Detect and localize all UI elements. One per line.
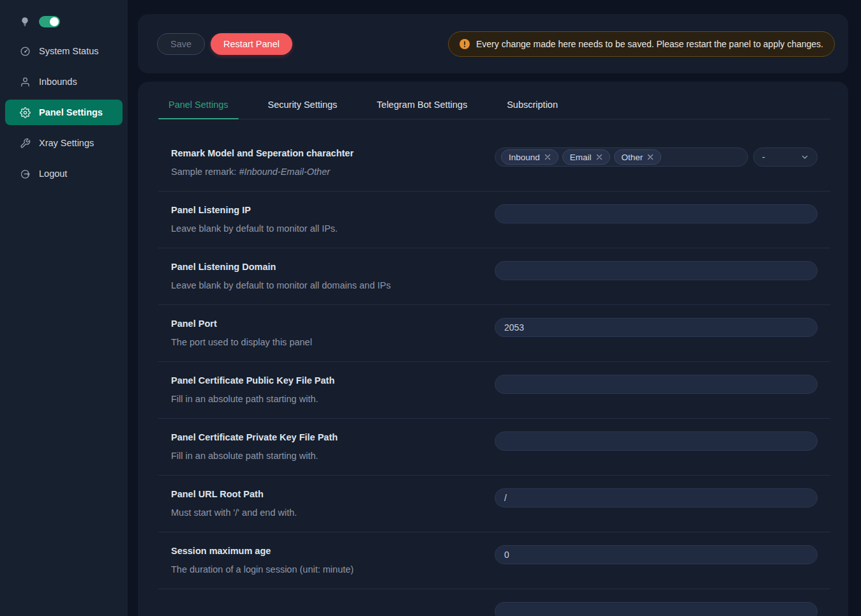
field-label-group: Panel Listening Domain Leave blank by de…: [171, 261, 495, 291]
sample-remark: #Inbound-Email-Other: [239, 167, 330, 177]
restart-warning-banner: Every change made here needs to be saved…: [448, 31, 835, 57]
form-row: Panel URL Root Path Must start with '/' …: [158, 476, 830, 532]
user-icon: [20, 77, 31, 87]
field-controls: [495, 488, 818, 507]
field-label: Remark Model and Seperation charachter: [171, 147, 495, 159]
field-controls: [495, 261, 818, 280]
tag-label: Inbound: [509, 153, 540, 162]
warning-icon: [460, 39, 470, 49]
panel-settings-form: Remark Model and Seperation charachter S…: [158, 135, 830, 616]
remark-tags-input[interactable]: Inbound Email Other: [495, 147, 748, 167]
gear-icon: [20, 107, 31, 118]
close-icon[interactable]: [544, 154, 551, 160]
text-input[interactable]: [495, 545, 818, 564]
close-icon[interactable]: [647, 154, 654, 160]
field-label-group: Panel Listening IP Leave blank by defaul…: [171, 204, 495, 234]
separator-select[interactable]: -: [753, 147, 818, 167]
warning-text: Every change made here needs to be saved…: [476, 39, 823, 49]
sidebar: System Status Inbounds: [0, 0, 128, 616]
form-row-remark-model: Remark Model and Seperation charachter S…: [158, 135, 830, 192]
bulb-icon: [20, 17, 30, 27]
form-row: Panel Certificate Private Key File Path …: [158, 419, 830, 476]
dark-mode-toggle[interactable]: [39, 16, 60, 27]
field-help: Leave blank by default to monitor all do…: [171, 280, 495, 291]
theme-toggle-row: [0, 0, 128, 29]
main-content: Save Restart Panel Every change made her…: [128, 0, 861, 616]
toolbar-card: Save Restart Panel Every change made her…: [138, 14, 848, 73]
text-input[interactable]: [495, 318, 818, 337]
form-row: Session maximum age The duration of a lo…: [158, 532, 830, 589]
form-row: Panel Certificate Public Key File Path F…: [158, 362, 830, 419]
chevron-down-icon: [801, 153, 809, 161]
field-label-group: Panel Certificate Public Key File Path F…: [171, 375, 495, 405]
save-button[interactable]: Save: [157, 33, 205, 55]
tab-security-settings[interactable]: Security Settings: [258, 100, 348, 119]
field-help: Leave blank by default to monitor all IP…: [171, 223, 495, 234]
field-label-group: Panel Port The port used to display this…: [171, 318, 495, 348]
sidebar-item-inbounds[interactable]: Inbounds: [0, 66, 128, 97]
tab-subscription[interactable]: Subscription: [497, 100, 568, 119]
text-input[interactable]: [495, 375, 818, 394]
field-help: Fill in an absolute path starting with.: [171, 393, 495, 405]
field-help: Fill in an absolute path starting with.: [171, 450, 495, 462]
field-help: The port used to display this panel: [171, 336, 495, 348]
sidebar-item-label: Logout: [39, 169, 67, 179]
sidebar-nav: System Status Inbounds: [0, 36, 128, 189]
field-label: Panel Certificate Private Key File Path: [171, 432, 495, 443]
field-help: Must start with '/' and end with.: [171, 507, 495, 518]
tab-panel-settings[interactable]: Panel Settings: [158, 100, 239, 119]
field-label-group: Session maximum age The duration of a lo…: [171, 545, 495, 575]
tag-inbound[interactable]: Inbound: [501, 149, 558, 165]
field-label-group: Panel Certificate Private Key File Path …: [171, 432, 495, 462]
text-input[interactable]: [495, 261, 818, 280]
field-controls: Inbound Email Other: [495, 147, 818, 167]
select-value: -: [762, 152, 765, 162]
field-controls: [495, 432, 818, 451]
field-controls: [495, 545, 818, 564]
field-label-group: [171, 602, 495, 609]
form-row: Panel Port The port used to display this…: [158, 305, 830, 362]
tag-other[interactable]: Other: [614, 149, 662, 165]
form-row: Panel Listening IP Leave blank by defaul…: [158, 192, 830, 248]
field-help: Sample remark: #Inbound-Email-Other: [171, 166, 495, 177]
sidebar-item-label: System Status: [39, 46, 98, 56]
settings-card: Panel Settings Security Settings Telegra…: [138, 82, 848, 616]
tag-email[interactable]: Email: [562, 149, 610, 165]
field-label: Panel Port: [171, 318, 495, 329]
settings-tabs: Panel Settings Security Settings Telegra…: [158, 100, 830, 119]
text-input[interactable]: [495, 432, 818, 451]
dashboard-icon: [20, 46, 31, 57]
sidebar-item-logout[interactable]: Logout: [0, 158, 128, 189]
field-label: Panel Certificate Public Key File Path: [171, 375, 495, 386]
field-label-group: Panel URL Root Path Must start with '/' …: [171, 488, 495, 518]
sidebar-item-label: Panel Settings: [39, 107, 103, 117]
close-icon[interactable]: [596, 154, 603, 160]
tab-telegram-bot-settings[interactable]: Telegram Bot Settings: [366, 100, 477, 119]
sidebar-item-system-status[interactable]: System Status: [0, 36, 128, 66]
wrench-icon: [20, 138, 31, 149]
field-label: Panel Listening IP: [171, 204, 495, 216]
field-controls: [495, 375, 818, 394]
sidebar-item-panel-settings[interactable]: Panel Settings: [5, 100, 123, 125]
text-input[interactable]: [495, 602, 818, 616]
form-row: [158, 589, 830, 616]
app-window: System Status Inbounds: [0, 0, 861, 616]
logout-icon: [20, 169, 31, 179]
field-controls: [495, 204, 818, 223]
sidebar-item-label: Xray Settings: [39, 138, 94, 148]
tag-label: Other: [622, 153, 643, 162]
field-help: The duration of a login session (unit: m…: [171, 564, 495, 575]
sidebar-item-xray-settings[interactable]: Xray Settings: [0, 128, 128, 158]
form-row: Panel Listening Domain Leave blank by de…: [158, 248, 830, 305]
field-label: Panel URL Root Path: [171, 488, 495, 500]
restart-panel-button[interactable]: Restart Panel: [211, 33, 292, 55]
text-input[interactable]: [495, 204, 818, 223]
text-input[interactable]: [495, 488, 818, 507]
toggle-knob: [50, 17, 59, 26]
tag-label: Email: [570, 153, 592, 162]
field-controls: [495, 318, 818, 337]
sidebar-item-label: Inbounds: [39, 77, 77, 87]
field-label: Panel Listening Domain: [171, 261, 495, 273]
field-label-group: Remark Model and Seperation charachter S…: [171, 147, 495, 177]
field-label: Session maximum age: [171, 545, 495, 557]
